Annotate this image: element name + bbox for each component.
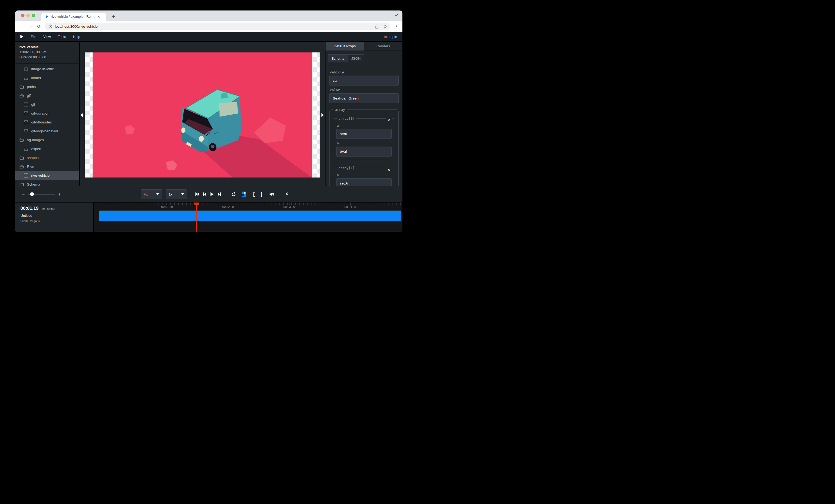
menu-view[interactable]: View (40, 35, 54, 39)
app-menubar: File View Tools Help example (15, 32, 403, 42)
menu-help[interactable]: Help (69, 35, 84, 39)
ruler-label: 00:02.00 (222, 205, 234, 208)
composition-preview (85, 52, 320, 177)
film-icon (24, 173, 28, 177)
array-0-a-field[interactable] (336, 129, 392, 139)
composition-item-selected[interactable]: rive-vehicle (15, 171, 79, 180)
new-tab-button[interactable]: + (110, 13, 117, 20)
volume-icon[interactable] (268, 190, 275, 198)
film-icon (24, 103, 28, 106)
transparency-checkerboard-toggle-icon[interactable] (240, 190, 247, 198)
jump-to-end-button[interactable] (216, 190, 223, 198)
ruler-label: 00:04.00 (345, 205, 356, 208)
folder-item[interactable]: Rive (15, 162, 79, 171)
folder-item[interactable]: paths (15, 82, 79, 91)
previous-frame-button[interactable] (201, 190, 208, 198)
reload-icon[interactable]: ⟳ (35, 24, 43, 29)
props-form: vehicle color array array[0] ✕ a b a (326, 66, 403, 186)
address-bar[interactable]: localhost:3000/rive-vehicle (45, 23, 390, 30)
composition-title: rive-vehicle (19, 45, 75, 49)
toggle-schema[interactable]: Schema (328, 55, 348, 62)
remotion-favicon (45, 15, 49, 19)
zoom-slider-knob[interactable] (30, 192, 34, 196)
compositions-sidebar: rive-vehicle 1200x630, 30 FPS Duration 0… (15, 42, 80, 186)
composition-duration: Duration 00:05.00 (19, 56, 75, 59)
array-1-a-field[interactable] (336, 178, 392, 186)
url-text: localhost:3000/rive-vehicle (55, 24, 371, 28)
tab-renders[interactable]: Renders (364, 42, 403, 50)
composition-item[interactable]: gif (15, 100, 79, 109)
folder-item[interactable]: shapes (15, 153, 79, 162)
bookmark-star-icon[interactable] (383, 24, 387, 29)
folder-open-icon (19, 165, 24, 169)
tab-search-chevron-icon[interactable] (394, 14, 398, 17)
back-icon[interactable]: ← (19, 24, 27, 29)
film-icon (24, 120, 28, 124)
folder-item[interactable]: og-images (15, 135, 79, 144)
array-item-1-fieldset: array[1] ✕ a b (333, 166, 395, 186)
array-0-b-field[interactable] (336, 147, 392, 156)
array-item-0-legend: array[0] (337, 117, 356, 121)
toggle-json[interactable]: JSON (348, 55, 364, 62)
window-zoom-button[interactable] (32, 14, 35, 17)
composition-resolution: 1200x630, 30 FPS (19, 50, 75, 54)
canvas-zoom-control: − + (20, 186, 63, 202)
window-minimize-button[interactable] (26, 14, 30, 17)
play-button[interactable] (208, 190, 216, 198)
composition-item[interactable]: gif-fill-modes (15, 118, 79, 127)
vehicle-field[interactable] (329, 76, 399, 85)
zoom-out-button[interactable]: − (20, 191, 26, 197)
color-field-label: color (330, 88, 399, 92)
timeline-info-panel: 00:01.19 49 (30 fps) Untitled 00:01.19 (… (15, 203, 94, 232)
forward-icon[interactable]: → (27, 24, 35, 29)
remove-array-item-0-icon[interactable]: ✕ (386, 118, 392, 123)
loop-toggle-icon[interactable] (230, 190, 237, 198)
playback-speed-dropdown[interactable]: 1x (166, 189, 187, 199)
a-field-label: a (337, 173, 392, 177)
browser-window: rive-vehicle / example - Remot ✕ + ← → ⟳… (15, 10, 403, 232)
render-rocket-icon[interactable] (283, 190, 290, 198)
track-name[interactable]: Untitled (20, 213, 93, 217)
composition-item[interactable]: gif-duration (15, 109, 79, 118)
current-frame-info: 49 (30 fps) (42, 207, 55, 210)
composition-item[interactable]: gif-loop-behavior (15, 127, 79, 135)
folder-item[interactable]: gif (15, 91, 79, 100)
film-icon (24, 76, 28, 80)
props-collapse-arrow-icon[interactable] (322, 113, 324, 117)
folder-open-icon (19, 93, 24, 98)
site-info-icon[interactable] (48, 24, 53, 28)
browser-tab[interactable]: rive-vehicle / example - Remot ✕ (41, 13, 106, 21)
zoom-in-button[interactable]: + (57, 191, 63, 197)
jump-to-start-button[interactable] (194, 190, 200, 198)
folder-open-icon (19, 138, 24, 142)
film-icon (24, 111, 28, 115)
browser-menu-icon[interactable]: ⋮ (394, 24, 399, 29)
window-close-button[interactable] (21, 14, 24, 17)
timeline-tracks-area[interactable]: 00:01.00 00:02.00 00:03.00 00:04.00 (94, 203, 403, 232)
sidebar-collapse-arrow-icon[interactable] (80, 113, 83, 117)
out-point-button[interactable]: ] (258, 190, 265, 198)
array-item-0-fieldset: array[0] ✕ a b (333, 117, 395, 160)
folder-item[interactable]: Schema (15, 180, 79, 186)
remove-array-item-1-icon[interactable]: ✕ (386, 168, 392, 172)
in-point-button[interactable]: [ (250, 190, 258, 198)
composition-item[interactable]: loader (15, 74, 79, 82)
color-field[interactable] (329, 93, 399, 103)
timeline-ruler[interactable] (94, 203, 403, 205)
tab-close-icon[interactable]: ✕ (97, 15, 100, 19)
timeline-track-bar[interactable] (99, 211, 401, 221)
b-field-label: b (337, 141, 392, 145)
composition-item[interactable]: expert (15, 144, 79, 153)
folder-closed-icon (19, 182, 24, 186)
tab-title: rive-vehicle / example - Remot (51, 15, 96, 19)
menu-file[interactable]: File (27, 35, 40, 39)
share-icon[interactable] (375, 24, 379, 29)
timeline-section: 00:01.19 49 (30 fps) Untitled 00:01.19 (… (15, 203, 403, 232)
zoom-slider[interactable] (28, 194, 55, 195)
remotion-logo-icon[interactable] (19, 35, 23, 39)
a-field-label: a (337, 123, 392, 127)
fit-dropdown[interactable]: Fit (141, 189, 162, 199)
tab-default-props[interactable]: Default Props (326, 42, 364, 50)
composition-item[interactable]: image-in-lottie (15, 65, 79, 74)
menu-tools[interactable]: Tools (54, 35, 69, 39)
